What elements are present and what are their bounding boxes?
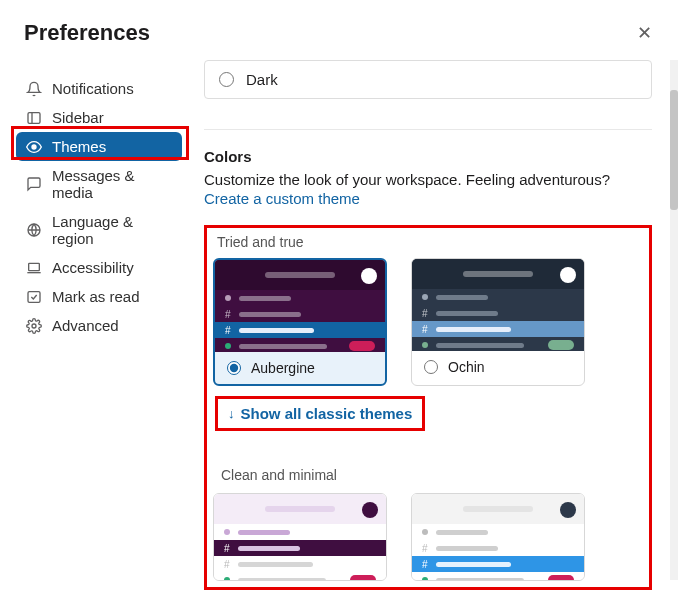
sidebar-item-label: Themes xyxy=(52,138,106,155)
theme-mode-dark[interactable]: Dark xyxy=(204,60,652,99)
svg-rect-0 xyxy=(28,112,40,123)
svg-rect-4 xyxy=(29,263,40,270)
bell-icon xyxy=(26,81,42,97)
sidebar-item-label: Accessibility xyxy=(52,259,134,276)
svg-point-2 xyxy=(32,145,36,149)
chat-icon xyxy=(26,176,42,192)
sidebar-item-label: Mark as read xyxy=(52,288,140,305)
colors-subtext: Customize the look of your workspace. Fe… xyxy=(204,171,652,188)
scrollbar[interactable] xyxy=(670,60,678,580)
eye-icon xyxy=(26,139,42,155)
panel-icon xyxy=(26,110,42,126)
sidebar-item-messages[interactable]: Messages & media xyxy=(16,161,182,207)
theme-label: Ochin xyxy=(448,359,485,375)
colors-heading: Colors xyxy=(204,148,652,165)
sidebar-item-label: Language & region xyxy=(52,213,172,247)
theme-card-clean-1[interactable]: # # xyxy=(213,493,387,581)
sidebar-item-sidebar[interactable]: Sidebar xyxy=(16,103,182,132)
sidebar-item-advanced[interactable]: Advanced xyxy=(16,311,182,340)
sidebar-item-themes[interactable]: Themes xyxy=(16,132,182,161)
close-icon[interactable]: ✕ xyxy=(633,18,656,48)
theme-radio-aubergine[interactable] xyxy=(227,361,241,375)
divider xyxy=(204,129,652,130)
sidebar-item-notifications[interactable]: Notifications xyxy=(16,74,182,103)
sidebar-item-label: Messages & media xyxy=(52,167,172,201)
sidebar-item-label: Sidebar xyxy=(52,109,104,126)
page-title: Preferences xyxy=(24,20,150,46)
svg-point-6 xyxy=(32,324,36,328)
sidebar-item-language[interactable]: Language & region xyxy=(16,207,182,253)
dark-radio[interactable] xyxy=(219,72,234,87)
group-clean-minimal: Clean and minimal xyxy=(221,467,635,483)
sidebar-item-label: Advanced xyxy=(52,317,119,334)
sidebar-item-label: Notifications xyxy=(52,80,134,97)
show-all-classic-themes[interactable]: ↓ Show all classic themes xyxy=(215,396,425,431)
create-custom-theme-link[interactable]: Create a custom theme xyxy=(204,190,360,207)
show-all-label: Show all classic themes xyxy=(241,405,413,422)
sidebar: Notifications Sidebar Themes Messages & … xyxy=(0,58,190,598)
gear-icon xyxy=(26,318,42,334)
theme-card-aubergine[interactable]: # # Aubergine xyxy=(213,258,387,386)
dark-label: Dark xyxy=(246,71,278,88)
laptop-icon xyxy=(26,260,42,276)
globe-icon xyxy=(26,222,42,238)
theme-radio-ochin[interactable] xyxy=(424,360,438,374)
sidebar-item-accessibility[interactable]: Accessibility xyxy=(16,253,182,282)
group-tried-true: Tried and true xyxy=(217,234,635,250)
main-panel: Dark Colors Customize the look of your w… xyxy=(190,58,680,598)
arrow-down-icon: ↓ xyxy=(228,406,235,421)
theme-card-clean-2[interactable]: # # xyxy=(411,493,585,581)
check-icon xyxy=(26,289,42,305)
highlight-box-themes-area: Tried and true # # xyxy=(204,225,652,590)
theme-label: Aubergine xyxy=(251,360,315,376)
theme-card-ochin[interactable]: # # Ochin xyxy=(411,258,585,386)
sidebar-item-markasread[interactable]: Mark as read xyxy=(16,282,182,311)
svg-rect-5 xyxy=(28,291,40,302)
scrollbar-thumb[interactable] xyxy=(670,90,678,210)
